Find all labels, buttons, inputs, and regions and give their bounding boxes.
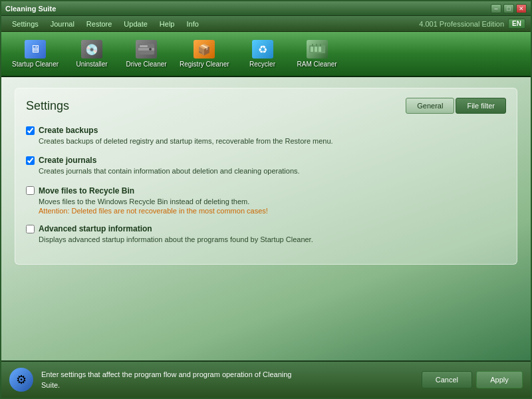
- tab-file-filter[interactable]: File filter: [456, 98, 506, 114]
- desc-move-recycle: Moves files to the Windows Recycle Bin i…: [39, 197, 506, 207]
- recycler-icon: ♻: [252, 40, 273, 59]
- status-bar: ⚙ Enter settings that affect the program…: [1, 360, 531, 398]
- maximize-button[interactable]: □: [503, 4, 514, 13]
- setting-move-recycle: Move files to Recycle Bin Moves files to…: [26, 186, 506, 215]
- apply-button[interactable]: Apply: [476, 371, 523, 388]
- registry-cleaner-label: Registry Cleaner: [180, 61, 229, 68]
- toolbar-uninstaller[interactable]: 💿 Uninstaller: [65, 35, 118, 73]
- uninstaller-icon: 💿: [81, 40, 102, 59]
- setting-row-advanced: Advanced startup information: [26, 224, 506, 233]
- toolbar-startup-cleaner[interactable]: 🖥 Startup Cleaner: [7, 35, 64, 73]
- svg-rect-10: [320, 44, 321, 47]
- tab-buttons: General File filter: [406, 98, 506, 114]
- menu-journal[interactable]: Journal: [45, 19, 80, 29]
- status-icon: ⚙: [9, 368, 33, 392]
- menu-update[interactable]: Update: [118, 19, 152, 29]
- window-controls: – □ ✕: [491, 4, 527, 13]
- menu-bar: Settings Journal Restore Update Help Inf…: [1, 16, 531, 32]
- cancel-button[interactable]: Cancel: [422, 371, 472, 388]
- settings-panel: Settings General File filter Create back…: [15, 88, 517, 265]
- status-text: Enter settings that affect the program f…: [41, 369, 414, 391]
- setting-row-recycle: Move files to Recycle Bin: [26, 186, 506, 196]
- ram-cleaner-icon: [307, 40, 328, 59]
- main-content: Settings General File filter Create back…: [1, 77, 531, 363]
- menu-right: 4.001 Professional Edition EN: [419, 19, 525, 29]
- status-buttons: Cancel Apply: [422, 371, 523, 388]
- settings-title: Settings: [26, 99, 69, 113]
- startup-cleaner-icon: 🖥: [25, 40, 46, 59]
- drive-cleaner-icon: [136, 40, 157, 59]
- svg-rect-1: [138, 48, 154, 51]
- language-button[interactable]: EN: [508, 19, 525, 29]
- toolbar-registry-cleaner[interactable]: 📦 Registry Cleaner: [174, 35, 234, 73]
- menu-settings[interactable]: Settings: [7, 19, 44, 29]
- status-line1: Enter settings that affect the program f…: [41, 370, 291, 378]
- tab-general[interactable]: General: [406, 98, 454, 114]
- close-button[interactable]: ✕: [516, 4, 527, 13]
- title-bar: Cleaning Suite – □ ✕: [1, 1, 531, 16]
- checkbox-advanced-startup[interactable]: [26, 225, 35, 233]
- settings-header: Settings General File filter: [26, 98, 506, 114]
- menu-restore[interactable]: Restore: [81, 19, 118, 29]
- recycler-label: Recycler: [249, 61, 275, 68]
- setting-advanced-startup: Advanced startup information Displays ad…: [26, 224, 506, 245]
- svg-rect-5: [311, 47, 313, 52]
- warning-move-recycle: Attention: Deleted files are not recover…: [39, 207, 506, 215]
- setting-create-journals: Create journals Creates journals that co…: [26, 156, 506, 176]
- svg-rect-9: [316, 44, 317, 47]
- checkbox-create-backups[interactable]: [26, 126, 35, 135]
- label-advanced-startup: Advanced startup information: [39, 224, 152, 233]
- label-create-journals: Create journals: [39, 156, 96, 165]
- menu-items: Settings Journal Restore Update Help Inf…: [7, 19, 204, 29]
- drive-cleaner-label: Drive Cleaner: [126, 61, 166, 68]
- label-create-backups: Create backups: [39, 126, 98, 135]
- toolbar-recycler[interactable]: ♻ Recycler: [236, 35, 289, 73]
- toolbar-ram-cleaner[interactable]: RAM Cleaner: [291, 35, 344, 73]
- menu-info[interactable]: Info: [181, 19, 203, 29]
- label-move-recycle: Move files to Recycle Bin: [39, 186, 134, 196]
- version-text: 4.001 Professional Edition: [419, 20, 504, 28]
- status-line2: Suite.: [41, 381, 60, 389]
- registry-cleaner-icon: 📦: [194, 40, 215, 59]
- toolbar: 🖥 Startup Cleaner 💿 Uninstaller Drive Cl…: [1, 32, 531, 77]
- checkbox-create-journals[interactable]: [26, 156, 35, 165]
- toolbar-drive-cleaner[interactable]: Drive Cleaner: [120, 35, 173, 73]
- desc-create-backups: Creates backups of deleted registry and …: [39, 136, 506, 146]
- svg-rect-3: [140, 45, 148, 47]
- setting-create-backups: Create backups Creates backups of delete…: [26, 126, 506, 146]
- setting-row-backups: Create backups: [26, 126, 506, 135]
- startup-cleaner-label: Startup Cleaner: [12, 61, 59, 68]
- setting-row-journals: Create journals: [26, 156, 506, 165]
- svg-point-2: [149, 48, 152, 51]
- desc-create-journals: Creates journals that contain informatio…: [39, 166, 506, 176]
- menu-help[interactable]: Help: [154, 19, 180, 29]
- svg-rect-7: [319, 47, 321, 52]
- minimize-button[interactable]: –: [491, 4, 501, 13]
- window-title: Cleaning Suite: [5, 5, 56, 13]
- checkbox-move-recycle[interactable]: [26, 186, 35, 195]
- desc-advanced-startup: Displays advanced startup information ab…: [39, 235, 506, 245]
- svg-rect-6: [315, 47, 317, 52]
- ram-cleaner-label: RAM Cleaner: [297, 61, 337, 68]
- uninstaller-label: Uninstaller: [76, 61, 107, 68]
- svg-rect-8: [312, 44, 313, 47]
